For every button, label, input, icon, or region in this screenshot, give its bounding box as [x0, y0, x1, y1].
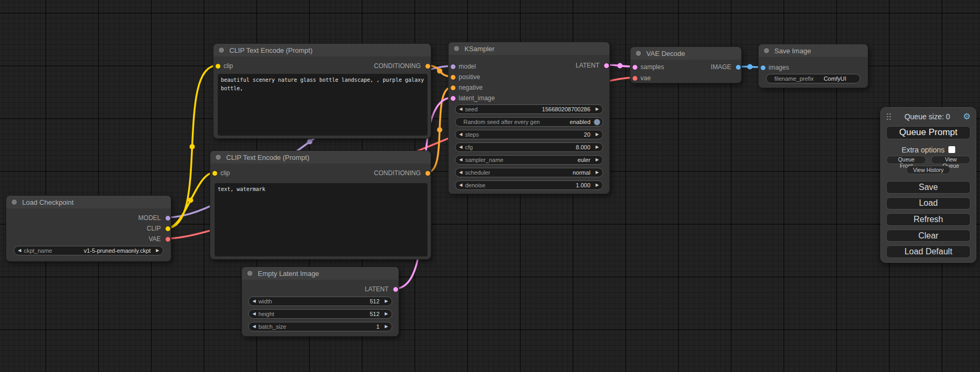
slot-label: IMAGE	[711, 63, 731, 71]
decrement-arrow-icon[interactable]: ◀	[459, 132, 462, 137]
input-slot-images[interactable]	[760, 65, 766, 71]
slot-label: vae	[641, 74, 651, 82]
input-slot-positive[interactable]	[450, 74, 456, 80]
output-slot-LATENT[interactable]	[393, 287, 399, 292]
input-slot-vae[interactable]	[632, 75, 638, 81]
node-title-bar[interactable]: VAE Decode	[630, 47, 741, 60]
collapse-dot-icon[interactable]	[11, 199, 17, 205]
increment-arrow-icon[interactable]: ▶	[385, 299, 388, 303]
decrement-arrow-icon[interactable]: ◀	[253, 325, 256, 329]
clear-button[interactable]: Clear	[886, 230, 971, 242]
increment-arrow-icon[interactable]: ▶	[596, 145, 599, 149]
node-empty-latent[interactable]: Empty Latent ImageLATENT◀width512▶◀heigh…	[241, 266, 399, 337]
output-slot-IMAGE[interactable]	[735, 64, 741, 70]
decrement-arrow-icon[interactable]: ◀	[459, 145, 462, 149]
increment-arrow-icon[interactable]: ▶	[596, 132, 599, 137]
view-history-button[interactable]: View History	[906, 166, 950, 174]
load-default-button[interactable]: Load Default	[886, 245, 971, 258]
input-slot-model[interactable]	[450, 64, 456, 70]
input-slot-clip[interactable]	[215, 63, 221, 69]
drag-handle-icon[interactable]	[886, 113, 891, 120]
collapse-dot-icon[interactable]	[453, 45, 460, 52]
node-load-checkpoint[interactable]: Load CheckpointMODELCLIPVAE◀ckpt_namev1-…	[6, 195, 171, 262]
prompt-textarea[interactable]: text, watermark	[215, 183, 428, 256]
widget-denoise[interactable]: ◀denoise1.000▶	[455, 180, 603, 190]
slot-label: CLIP	[147, 225, 161, 232]
node-title-bar[interactable]: Empty Latent Image	[242, 267, 399, 280]
node-graph-canvas[interactable]: Queue size: 0 ⚙ Queue Prompt Extra optio…	[0, 0, 980, 372]
prompt-textarea[interactable]: beautiful scenery nature glass bottle la…	[218, 74, 428, 136]
increment-arrow-icon[interactable]: ▶	[385, 325, 388, 329]
input-slot-latent_image[interactable]	[450, 96, 456, 101]
view-queue-button[interactable]: View Queue	[931, 156, 971, 164]
widget-batch-size[interactable]: ◀batch_size1▶	[248, 322, 392, 331]
decrement-arrow-icon[interactable]: ◀	[459, 107, 462, 111]
output-slot-LATENT[interactable]	[604, 63, 609, 69]
node-title-bar[interactable]: Save Image	[759, 44, 868, 57]
slot-label: LATENT	[576, 62, 599, 69]
widget-value: 1	[376, 323, 380, 330]
widget-width[interactable]: ◀width512▶	[248, 297, 392, 306]
node-clip-negative[interactable]: CLIP Text Encode (Prompt)clipCONDITIONIN…	[210, 150, 431, 260]
node-vae-decode[interactable]: VAE DecodesamplesvaeIMAGE	[630, 46, 742, 83]
node-save-image[interactable]: Save Imageimagesfilename_prefixComfyUI	[758, 44, 868, 88]
decrement-arrow-icon[interactable]: ◀	[18, 249, 21, 253]
widget-cfg[interactable]: ◀cfg8.000▶	[455, 142, 603, 152]
increment-arrow-icon[interactable]: ▶	[385, 312, 388, 316]
widget-label: batch_size	[258, 323, 286, 330]
slot-label: clip	[220, 169, 230, 177]
input-slot-samples[interactable]	[632, 64, 638, 70]
widget-scheduler[interactable]: ◀schedulernormal▶	[455, 168, 603, 177]
widget-filename-prefix[interactable]: filename_prefixComfyUI	[766, 74, 860, 83]
extra-options-checkbox[interactable]	[948, 146, 955, 153]
increment-arrow-icon[interactable]: ▶	[596, 170, 599, 175]
node-title-bar[interactable]: CLIP Text Encode (Prompt)	[210, 151, 431, 164]
decrement-arrow-icon[interactable]: ◀	[459, 158, 462, 162]
input-slot-negative[interactable]	[450, 85, 456, 91]
collapse-dot-icon[interactable]	[218, 47, 225, 53]
collapse-dot-icon[interactable]	[247, 270, 253, 276]
node-title-bar[interactable]: KSampler	[449, 42, 609, 55]
decrement-arrow-icon[interactable]: ◀	[253, 299, 256, 303]
collapse-dot-icon[interactable]	[635, 50, 642, 56]
queue-front-button[interactable]: Queue Front	[886, 156, 926, 164]
increment-arrow-icon[interactable]: ▶	[596, 107, 599, 111]
queue-panel: Queue size: 0 ⚙ Queue Prompt Extra optio…	[880, 107, 976, 263]
save-button[interactable]: Save	[886, 181, 971, 194]
widget-value: ComfyUI	[823, 75, 846, 82]
decrement-arrow-icon[interactable]: ◀	[459, 183, 462, 187]
load-button[interactable]: Load	[886, 197, 971, 210]
refresh-button[interactable]: Refresh	[886, 213, 971, 226]
toggle-knob-icon[interactable]	[594, 119, 600, 126]
widget-value: 20	[584, 131, 590, 138]
widget-seed[interactable]: ◀seed156680208700286▶	[455, 104, 603, 114]
increment-arrow-icon[interactable]: ▶	[156, 249, 159, 253]
collapse-dot-icon[interactable]	[215, 154, 221, 160]
node-ksampler[interactable]: KSamplermodelpositivenegativelatent_imag…	[448, 42, 610, 194]
decrement-arrow-icon[interactable]: ◀	[459, 170, 462, 175]
output-slot-CLIP[interactable]	[165, 226, 171, 232]
link-midpoint-dot	[617, 63, 623, 69]
node-clip-positive[interactable]: CLIP Text Encode (Prompt)clipCONDITIONIN…	[213, 43, 431, 139]
widget-ckpt-name[interactable]: ◀ckpt_namev1-5-pruned-emaonly.ckpt▶	[14, 246, 163, 255]
decrement-arrow-icon[interactable]: ◀	[253, 312, 256, 316]
settings-gear-icon[interactable]: ⚙	[963, 112, 971, 121]
widget-sampler-name[interactable]: ◀sampler_nameeuler▶	[455, 155, 603, 165]
widget-steps[interactable]: ◀steps20▶	[455, 130, 603, 139]
output-slot-MODEL[interactable]	[165, 215, 171, 221]
widget-height[interactable]: ◀height512▶	[248, 309, 392, 319]
output-slot-CONDITIONING[interactable]	[425, 63, 431, 69]
increment-arrow-icon[interactable]: ▶	[596, 158, 599, 162]
node-title-label: Load Checkpoint	[22, 198, 74, 206]
collapse-dot-icon[interactable]	[763, 47, 770, 54]
widget-random-seed-after-every-gen[interactable]: Random seed after every genenabled	[455, 117, 603, 127]
node-title-bar[interactable]: CLIP Text Encode (Prompt)	[214, 44, 431, 56]
increment-arrow-icon[interactable]: ▶	[596, 183, 599, 187]
output-slot-VAE[interactable]	[165, 236, 171, 242]
output-slot-CONDITIONING[interactable]	[425, 170, 431, 176]
widget-value: 512	[370, 298, 379, 304]
widget-label: scheduler	[465, 169, 490, 176]
queue-prompt-button[interactable]: Queue Prompt	[886, 126, 971, 140]
input-slot-clip[interactable]	[212, 170, 218, 176]
node-title-bar[interactable]: Load Checkpoint	[6, 196, 171, 208]
